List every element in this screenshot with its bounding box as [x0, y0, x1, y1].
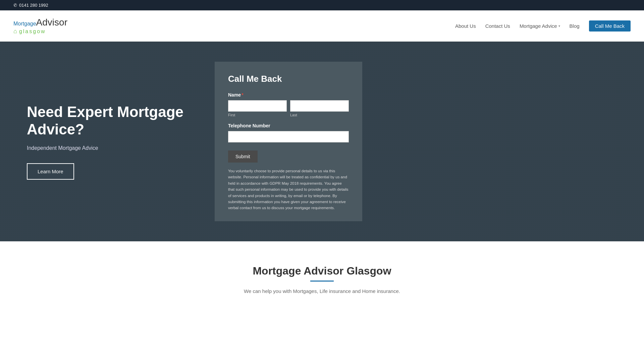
top-bar: ✆ 0141 280 1992	[0, 0, 644, 10]
svg-rect-26	[404, 100, 418, 209]
nav-about-us[interactable]: About Us	[455, 23, 476, 29]
logo-mortgage: Mortgage	[13, 21, 36, 26]
svg-rect-28	[439, 97, 458, 209]
name-field-group: Name* First Last	[228, 92, 349, 117]
last-name-input[interactable]	[290, 100, 349, 112]
nav-contact-us[interactable]: Contact Us	[485, 23, 510, 29]
svg-rect-33	[528, 112, 552, 209]
submit-button[interactable]: Submit	[228, 150, 258, 163]
hero-text-content: Need Expert Mortgage Advice? Independent…	[27, 103, 215, 180]
svg-rect-37	[604, 109, 626, 209]
first-name-wrap: First	[228, 100, 287, 117]
section-title: Mortgage Advisor Glasgow	[13, 265, 631, 277]
first-name-input[interactable]	[228, 100, 287, 112]
form-title: Call Me Back	[228, 74, 349, 84]
logo-house-icon: ⌂	[13, 28, 17, 35]
hero-section: Need Expert Mortgage Advice? Independent…	[0, 42, 644, 241]
required-indicator: *	[241, 92, 243, 98]
last-name-label: Last	[290, 113, 349, 117]
phone-icon: ✆	[13, 3, 17, 8]
section-divider	[310, 281, 334, 282]
telephone-input[interactable]	[228, 131, 349, 142]
call-me-back-form-container: Call Me Back Name* First Last Telephone …	[215, 62, 362, 221]
svg-rect-38	[624, 102, 644, 209]
svg-rect-24	[369, 95, 386, 209]
telephone-label: Telephone Number	[228, 123, 349, 128]
phone-number: 0141 280 1992	[19, 3, 48, 8]
svg-rect-25	[384, 104, 406, 209]
hero-title: Need Expert Mortgage Advice?	[27, 103, 215, 139]
svg-rect-30	[481, 94, 496, 209]
logo-advisor: Advisor	[36, 17, 67, 27]
header: MortgageAdvisor ⌂ glasgow About Us Conta…	[0, 10, 644, 42]
svg-rect-2	[0, 122, 20, 209]
nav-blog[interactable]: Blog	[570, 23, 580, 29]
telephone-field-group: Telephone Number	[228, 123, 349, 142]
privacy-notice: You voluntarily choose to provide person…	[228, 168, 349, 211]
svg-rect-36	[592, 90, 605, 209]
svg-rect-32	[513, 100, 530, 209]
svg-rect-35	[567, 104, 594, 209]
main-nav: About Us Contact Us Mortgage Advice ▾ Bl…	[455, 20, 631, 32]
last-name-wrap: Last	[290, 100, 349, 117]
svg-rect-31	[495, 109, 515, 209]
hero-subtitle: Independent Mortgage Advice	[27, 145, 215, 151]
nav-call-me-back[interactable]: Call Me Back	[589, 20, 631, 32]
first-name-label: First	[228, 113, 287, 117]
nav-mortgage-advice[interactable]: Mortgage Advice ▾	[520, 23, 560, 29]
below-hero-section: Mortgage Advisor Glasgow We can help you…	[0, 241, 644, 311]
svg-rect-27	[416, 109, 441, 209]
svg-rect-34	[550, 97, 569, 209]
section-subtitle: We can help you with Mortgages, Life ins…	[13, 288, 631, 294]
name-fields-row: First Last	[228, 100, 349, 117]
learn-more-button[interactable]: Learn More	[27, 163, 74, 180]
logo[interactable]: MortgageAdvisor ⌂ glasgow	[13, 17, 67, 35]
logo-glasgow-text: glasgow	[19, 28, 46, 35]
name-label: Name*	[228, 92, 349, 98]
svg-rect-29	[456, 105, 483, 209]
chevron-down-icon: ▾	[558, 24, 560, 28]
